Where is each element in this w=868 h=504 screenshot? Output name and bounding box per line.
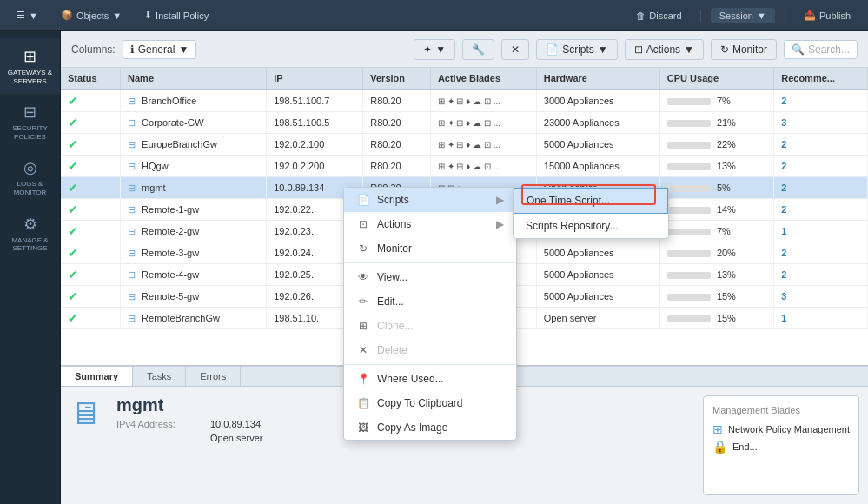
cell-name: ⊟ EuropeBranchGw [121,134,267,156]
context-menu: 📄 Scripts ▶ ⊡ Actions ▶ ↻ Monitor 👁 View… [343,187,517,441]
mgmt-icon: 🖥 [70,395,101,432]
sub-menu: One Time Script... Scripts Repository... [513,187,669,239]
mgmt-blades-title: Management Blades [712,405,850,415]
cell-version: R80.20 [363,134,431,156]
context-scripts-label: Scripts [377,194,409,206]
context-menu-edit[interactable]: ✏ Edit... [344,289,516,314]
security-icon: ⊟ [23,103,36,122]
search-box[interactable]: 🔍 Search... [784,40,858,59]
col-status: Status [61,68,121,90]
cell-status: ✔ [61,264,121,286]
close-button[interactable]: ✕ [501,39,529,60]
col-cpu: CPU Usage [659,68,773,90]
general-icon: ℹ [130,43,135,56]
session-arrow-icon: ▼ [757,10,766,21]
table-header-row: Status Name IP Version Active Blades Har… [61,68,868,90]
context-edit-label: Edit... [377,295,404,308]
cell-name: ⊟ Remote-5-gw [121,286,267,308]
objects-dropdown: ▼ [29,10,38,21]
blade-network-icon: ⊞ [712,422,723,436]
sidebar-item-logs[interactable]: ◎ LOGS & MONITOR [0,149,60,205]
ipv4-value: 10.0.89.134 [210,419,261,429]
wrench-button[interactable]: 🔧 [462,39,494,60]
cell-rec: 1 [774,221,868,242]
cell-name: ⊟ Remote-3-gw [121,242,267,264]
session-button[interactable]: Session ▼ [711,8,775,23]
actions-button[interactable]: ⊡ Actions ▼ [625,39,704,60]
monitor-button[interactable]: ↻ Monitor [711,39,777,60]
context-menu-monitor[interactable]: ↻ Monitor [344,236,516,261]
asterisk-arrow-icon: ▼ [435,43,446,56]
menu-button[interactable]: ☰ ▼ [9,6,46,24]
scripts-icon: 📄 [546,43,559,56]
col-ip: IP [267,68,363,90]
context-delete-icon: ✕ [356,344,370,356]
cell-cpu: 15% [659,286,773,308]
context-actions-arrow: ▶ [496,218,504,230]
cell-ip: 192.0.2.200 [267,156,363,177]
publish-icon: 📤 [804,10,816,21]
sidebar-item-manage[interactable]: ⚙ MANAGE & SETTINGS [0,206,60,262]
cell-cpu: 15% [659,308,773,329]
table-row[interactable]: ✔ ⊟ EuropeBranchGw 192.0.2.100 R80.20 ⊞ … [61,134,868,156]
blade-item-network: ⊞ Network Policy Management [712,422,850,436]
table-row[interactable]: ✔ ⊟ HQgw 192.0.2.200 R80.20 ⊞ ✦ ⊟ ♦ ☁ ⊡ … [61,156,868,177]
discard-icon: 🗑 [636,10,646,21]
type-label [116,433,203,443]
context-menu-copy-clipboard[interactable]: 📋 Copy To Clipboard [344,391,516,415]
cell-ip: 198.51.100.5 [267,112,363,134]
manage-icon: ⚙ [23,215,37,234]
menu-icon: ☰ [17,10,25,21]
cell-status: ✔ [61,177,121,199]
tab-summary[interactable]: Summary [61,367,133,386]
cell-hardware: 23000 Appliances [536,112,659,134]
sidebar-item-gateways[interactable]: ⊞ GATEWAYS & SERVERS [0,38,60,94]
context-menu-clone[interactable]: ⊞ Clone... [344,314,516,338]
cell-status: ✔ [61,286,121,308]
context-copy-label: Copy To Clipboard [377,397,463,409]
sub-menu-one-time-script[interactable]: One Time Script... [514,188,668,214]
context-menu-copy-image[interactable]: 🖼 Copy As Image [344,415,516,440]
sidebar-item-security[interactable]: ⊟ SECURITY POLICIES [0,94,60,149]
context-actions-label: Actions [377,218,411,230]
tab-errors[interactable]: Errors [186,367,241,386]
blade-network-label: Network Policy Management [728,424,850,434]
context-menu-delete[interactable]: ✕ Delete [344,338,516,362]
cell-status: ✔ [61,134,121,156]
context-edit-icon: ✏ [356,295,370,308]
cell-name: ⊟ HQgw [121,156,267,177]
context-scripts-arrow: ▶ [496,194,504,206]
cell-hardware: 3000 Appliances [536,90,659,112]
cell-cpu: 14% [659,199,773,221]
sidebar-label-security: SECURITY POLICIES [4,124,56,141]
cell-rec: 2 [774,90,868,112]
scripts-button[interactable]: 📄 Scripts ▼ [536,39,618,60]
wrench-icon: 🔧 [472,43,485,56]
table-row[interactable]: ✔ ⊟ BranchOffice 198.51.100.7 R80.20 ⊞ ✦… [61,90,868,112]
tab-tasks[interactable]: Tasks [133,367,186,386]
context-menu-view[interactable]: 👁 View... [344,265,516,289]
asterisk-button[interactable]: ✦ ▼ [414,39,455,60]
context-delete-label: Delete [377,344,407,356]
mgmt-name: mgmt [116,395,263,415]
context-scripts-icon: 📄 [356,194,370,206]
type-value: Open server [210,433,263,443]
install-policy-icon: ⬇ [144,10,152,21]
publish-button[interactable]: 📤 Publish [795,7,859,23]
context-menu-scripts[interactable]: 📄 Scripts ▶ [344,188,516,212]
objects-button[interactable]: 📦 Objects ▼ [53,6,129,24]
sub-menu-scripts-repository[interactable]: Scripts Repository... [514,214,668,238]
cell-version: R80.20 [363,156,431,177]
install-policy-button[interactable]: ⬇ Install Policy [136,6,216,24]
cell-rec: 2 [774,177,868,199]
columns-general-select[interactable]: ℹ General ▼ [123,40,197,59]
discard-button[interactable]: 🗑 Discard [627,8,690,23]
context-clone-label: Clone... [377,320,413,332]
search-icon: 🔍 [792,43,805,56]
context-where-label: Where Used... [377,373,444,385]
table-row[interactable]: ✔ ⊟ Corporate-GW 198.51.100.5 R80.20 ⊞ ✦… [61,112,868,134]
context-menu-actions[interactable]: ⊡ Actions ▶ [344,212,516,236]
general-arrow-icon: ▼ [178,43,189,56]
context-menu-where-used[interactable]: 📍 Where Used... [344,367,516,391]
cell-hardware: 5000 Appliances [536,264,659,286]
